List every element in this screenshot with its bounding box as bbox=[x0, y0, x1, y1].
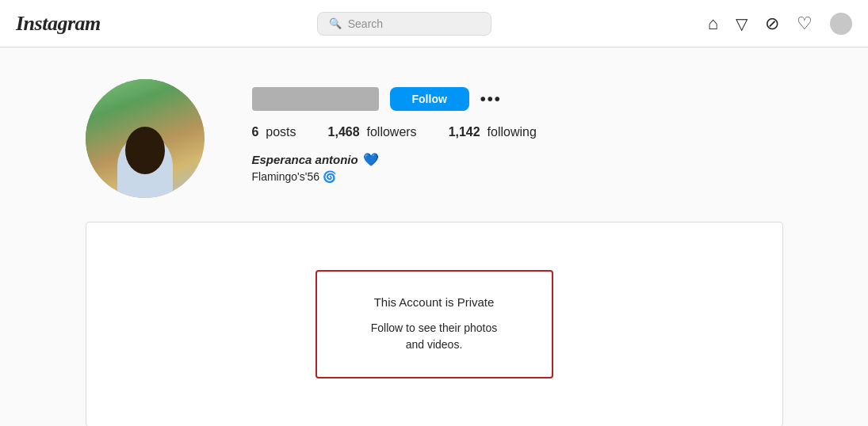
paper-plane-icon[interactable]: ▽ bbox=[736, 14, 748, 33]
following-stat[interactable]: 1,142 following bbox=[449, 125, 537, 139]
profile-name-row: Esperanca antonio 💙 bbox=[252, 152, 783, 167]
profile-name: Esperanca antonio bbox=[252, 153, 358, 166]
following-label: following bbox=[488, 125, 537, 139]
heart-icon[interactable]: ♡ bbox=[797, 13, 813, 34]
posts-count: 6 bbox=[252, 125, 259, 139]
followers-stat[interactable]: 1,468 followers bbox=[328, 125, 417, 139]
private-account-title: This Account is Private bbox=[365, 295, 504, 309]
private-box-container: This Account is Private Follow to see th… bbox=[86, 222, 783, 426]
profile-bio: Flamingo's'56 🌀 bbox=[252, 170, 783, 183]
profile-avatar bbox=[86, 79, 205, 198]
search-icon: 🔍 bbox=[329, 17, 342, 29]
profile-stats: 6 posts 1,468 followers 1,142 following bbox=[252, 125, 783, 139]
username-placeholder bbox=[252, 87, 379, 111]
profile-name-emoji: 💙 bbox=[363, 152, 379, 167]
search-wrapper: 🔍 bbox=[101, 12, 708, 36]
instagram-logo[interactable]: Instagram bbox=[16, 12, 101, 36]
nav-icons: ⌂ ▽ ⊘ ♡ bbox=[708, 13, 852, 35]
posts-label: posts bbox=[266, 125, 296, 139]
profile-avatar-nav[interactable] bbox=[830, 13, 852, 35]
main-header: Instagram 🔍 ⌂ ▽ ⊘ ♡ bbox=[0, 0, 868, 48]
search-bar[interactable]: 🔍 bbox=[317, 12, 491, 36]
profile-info: Follow ••• 6 posts 1,468 followers 1,142… bbox=[252, 79, 783, 183]
private-account-box: This Account is Private Follow to see th… bbox=[315, 270, 553, 378]
profile-avatar-wrapper bbox=[86, 79, 205, 198]
home-icon[interactable]: ⌂ bbox=[708, 13, 718, 34]
private-account-subtitle: Follow to see their photos and videos. bbox=[365, 320, 504, 353]
profile-container: Follow ••• 6 posts 1,468 followers 1,142… bbox=[54, 79, 815, 198]
compass-icon[interactable]: ⊘ bbox=[765, 13, 779, 34]
profile-top-row: Follow ••• bbox=[252, 87, 783, 111]
content-area: This Account is Private Follow to see th… bbox=[54, 222, 815, 426]
followers-count: 1,468 bbox=[328, 125, 360, 139]
search-input[interactable] bbox=[348, 17, 480, 30]
follow-button[interactable]: Follow bbox=[390, 87, 469, 111]
more-options-button[interactable]: ••• bbox=[480, 90, 502, 108]
following-count: 1,142 bbox=[449, 125, 480, 139]
bio-text: Flamingo's'56 bbox=[252, 170, 320, 183]
posts-stat: 6 posts bbox=[252, 125, 296, 139]
profile-header: Follow ••• 6 posts 1,468 followers 1,142… bbox=[86, 79, 783, 198]
followers-label: followers bbox=[366, 125, 416, 139]
bio-emoji: 🌀 bbox=[323, 170, 336, 183]
avatar-image bbox=[86, 79, 205, 198]
